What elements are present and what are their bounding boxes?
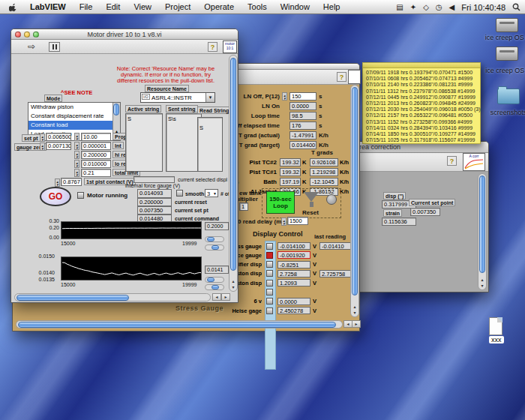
front-horizontal-scrollbar[interactable] [14, 293, 211, 302]
front-vertical-scrollbar[interactable]: ▴ ▾ [229, 55, 238, 292]
loop-150sec-button[interactable]: 150-sec Loop [266, 191, 295, 214]
zoom-button[interactable] [33, 32, 39, 38]
minimize-button[interactable] [24, 32, 30, 38]
temp-hscrollbar-thumb[interactable] [18, 322, 336, 328]
help-button[interactable]: ? [337, 72, 346, 82]
menu-item[interactable]: View [127, 2, 158, 11]
display-checkbox[interactable] [266, 252, 273, 259]
pid-value[interactable]: 10.00 [81, 133, 111, 141]
menu-item[interactable]: Operate [197, 2, 241, 11]
clock-icon[interactable]: ◷ [436, 0, 442, 14]
volume-icon[interactable]: ◀ [449, 0, 455, 14]
stepper[interactable]: ▴▾ [74, 133, 80, 141]
area-scrollbar-thumb[interactable] [479, 176, 485, 273]
stepper[interactable]: ▴▾ [74, 151, 80, 159]
help-button[interactable]: ? [208, 42, 218, 52]
stepper[interactable]: ▴▾ [40, 134, 45, 142]
menu-item[interactable]: Project [158, 2, 197, 11]
front-hscrollbar-thumb[interactable] [16, 295, 129, 301]
airport-icon[interactable]: ◇ [423, 0, 429, 14]
menu-item[interactable]: LabVIEW [23, 2, 73, 11]
document-icon-xxx[interactable] [489, 317, 502, 335]
temp-horizontal-scrollbar[interactable] [16, 320, 343, 328]
pid-value[interactable]: 0.200000 [81, 151, 111, 159]
menu-item[interactable]: Tools [241, 2, 274, 11]
spotlight-icon[interactable] [512, 3, 520, 11]
area-vertical-scrollbar[interactable]: ▴ ▾ [478, 173, 487, 290]
chart2-x-scale-slider[interactable] [205, 277, 224, 283]
temp-vscrollbar-thumb[interactable] [352, 87, 358, 296]
menu-item[interactable]: File [73, 2, 100, 11]
display-checkbox[interactable] [266, 289, 273, 296]
resource-name-dropdown[interactable]: I/O ASRL4::INSTR ▼ [140, 92, 215, 103]
display-checkbox[interactable] [266, 298, 273, 304]
smooth-checkbox[interactable] [176, 190, 183, 196]
apple-menu[interactable] [0, 2, 23, 12]
stepper[interactable]: ▴▾ [55, 178, 60, 187]
window-title[interactable]: Motor driver 10 to 1 v8.vi [11, 29, 238, 40]
stepper[interactable]: ▴▾ [74, 160, 80, 168]
dropdown-arrow-icon[interactable]: ▼ [206, 93, 214, 102]
menu-clock[interactable]: Fri 10:40:48 [461, 3, 506, 12]
mode-item[interactable]: Constant load [28, 121, 120, 130]
menu-item[interactable]: Window [274, 2, 316, 11]
sticky-note-titlebar[interactable] [363, 63, 480, 68]
temp-vertical-scrollbar[interactable]: ▴ ▾ [350, 85, 359, 317]
pist-contact-value[interactable]: 0.8767 [61, 178, 82, 186]
desktop-icon-label[interactable]: ice creep OS X [478, 34, 525, 41]
menu-item[interactable]: Edit [99, 2, 127, 11]
chart1-y-scale-slider[interactable] [205, 244, 224, 250]
display-checkbox[interactable] [266, 270, 273, 277]
set-pt-value[interactable]: 0.006500 [46, 133, 71, 141]
scroll-left-icon[interactable]: ◂ [212, 293, 221, 301]
go-button[interactable]: GO [40, 187, 71, 206]
desktop-icon-label[interactable]: xxx [489, 336, 504, 344]
chart2-y-scale-slider[interactable] [205, 284, 224, 290]
run-button[interactable]: ⇨ [28, 41, 35, 52]
gauge-zero-value[interactable]: 0.007130 [46, 142, 71, 150]
close-button[interactable] [15, 32, 21, 38]
funnel-icon[interactable] [304, 192, 319, 202]
stepper[interactable]: ▴▾ [74, 169, 80, 177]
pid-value[interactable]: 0.000001 [81, 142, 111, 150]
stepper[interactable]: ▴▾ [40, 142, 45, 151]
scroll-up-icon[interactable]: ▴ [478, 277, 486, 282]
stepper[interactable]: ▴▾ [74, 142, 80, 150]
status-led[interactable] [326, 194, 337, 205]
read-delay-value[interactable]: 1500 [287, 217, 308, 225]
scroll-right-icon[interactable]: ▸ [221, 293, 230, 301]
help-button[interactable]: ? [447, 156, 457, 166]
mode-scrollbar-thumb[interactable] [113, 104, 119, 116]
scroll-down-icon[interactable]: ▾ [230, 284, 237, 290]
sticky-note[interactable]: 07/09/11 1918 hrs 0.193794"/0.070471 #15… [362, 62, 481, 144]
scroll-down-icon[interactable]: ▾ [351, 310, 358, 315]
stepper[interactable]: ▴▾ [281, 218, 286, 226]
motor-running-checkbox[interactable] [77, 192, 84, 199]
drive-icon-ice-creep-os9[interactable] [496, 46, 518, 61]
mode-item[interactable]: Withdraw piston [28, 103, 120, 112]
num-pts-dropdown[interactable]: 3 ▼ [205, 189, 218, 197]
pid-value[interactable]: 0.010000 [81, 160, 111, 168]
menu-item[interactable]: Help [316, 2, 347, 11]
scroll-up-icon[interactable]: ▴ [230, 278, 237, 284]
tank-multiplier-value[interactable]: 1 [239, 202, 248, 211]
pause-button[interactable] [49, 42, 60, 52]
front-vscrollbar-thumb[interactable] [230, 58, 236, 271]
display-checkbox[interactable] [266, 261, 273, 268]
scroll-right-icon[interactable]: ▸ [352, 320, 361, 328]
desktop-icon-label[interactable]: screenshots [478, 109, 525, 116]
desktop-icon-label[interactable]: ice creep OS 9 [478, 67, 525, 74]
scroll-up-icon[interactable]: ▴ [351, 304, 358, 309]
pid-value[interactable]: 0.21 [81, 169, 111, 177]
stepper[interactable]: ▴▾ [282, 92, 287, 100]
folder-icon-screenshots[interactable] [497, 88, 520, 104]
display-checkbox[interactable] [266, 308, 273, 314]
mode-item[interactable]: Constant displacement rate [28, 112, 120, 121]
chart1-x-scale-slider[interactable] [205, 236, 224, 242]
displays-icon[interactable]: ▤ [396, 0, 403, 14]
scroll-down-icon[interactable]: ▾ [478, 283, 486, 288]
drive-icon-ice-creep-osx[interactable] [496, 18, 518, 32]
display-checkbox[interactable] [266, 243, 273, 250]
display-checkbox[interactable] [266, 280, 273, 286]
binoculars-icon[interactable]: ✦ [410, 0, 416, 14]
